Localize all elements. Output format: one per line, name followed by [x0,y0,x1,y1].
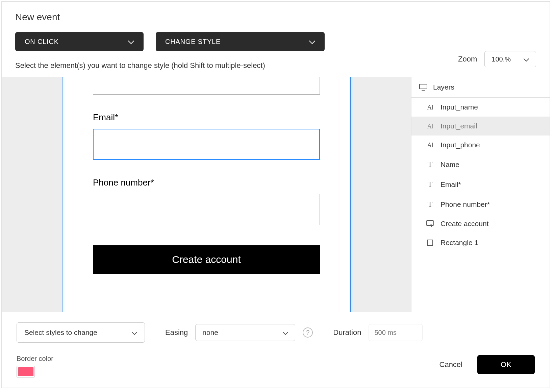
layer-row[interactable]: Rectangle 1 [411,233,550,252]
layer-row[interactable]: TEmail* [411,174,550,194]
email-label: Email* [93,112,320,123]
duration-label: Duration [333,328,361,337]
zoom-value: 100.% [492,55,511,63]
text-input-icon: AI [426,103,434,111]
chevron-down-icon [283,328,288,337]
action-dropdown[interactable]: CHANGE STYLE [156,32,325,51]
text-input-icon: AI [426,122,434,130]
bottom-panel: Select styles to change Easing none ? Du… [2,312,550,388]
event-editor-dialog: New event ON CLICK CHANGE STYLE Select t… [1,1,550,388]
ok-button-label: OK [501,360,511,369]
styles-dropdown-label: Select styles to change [24,328,97,337]
layer-name: Name [440,161,459,169]
dialog-title: New event [15,12,536,23]
zoom-dropdown[interactable]: 100.% [484,51,536,67]
layers-list: AIInput_nameAIInput_emailAIInput_phoneTN… [411,98,550,252]
layer-row[interactable]: Create account [411,214,550,233]
phone-label: Phone number* [93,177,320,188]
svg-rect-0 [420,84,427,89]
easing-label: Easing [165,328,188,337]
screen-icon [419,83,428,91]
layers-title: Layers [433,83,454,91]
input-phone-field[interactable] [93,194,320,225]
easing-help-icon[interactable]: ? [303,327,313,338]
action-dropdown-label: CHANGE STYLE [165,38,221,46]
layer-name: Input_phone [440,141,480,149]
rectangle-icon [426,239,434,246]
duration-control: Duration [333,324,423,341]
svg-rect-2 [426,221,434,225]
layer-name: Email* [440,180,461,189]
input-name-field[interactable] [93,77,320,95]
header-section: New event ON CLICK CHANGE STYLE Select t… [2,2,550,77]
easing-dropdown[interactable]: none [195,324,295,341]
canvas-area[interactable]: Email* Phone number* Create account [2,77,411,312]
text-icon: T [426,160,434,169]
chevron-down-icon [309,38,315,46]
layer-row[interactable]: TName [411,154,550,174]
layers-header: Layers [411,77,550,98]
layer-name: Input_email [440,122,477,130]
layer-name: Create account [440,220,488,228]
create-account-button-label: Create account [172,254,241,265]
ok-button[interactable]: OK [477,355,535,374]
artboard: Email* Phone number* Create account [62,77,351,312]
layer-name: Input_name [440,103,478,111]
layers-panel: Layers AIInput_nameAIInput_emailAIInput_… [411,77,550,312]
middle-section: Email* Phone number* Create account Laye… [2,77,550,312]
cancel-button[interactable]: Cancel [439,360,462,369]
layer-name: Rectangle 1 [440,239,478,247]
create-account-button[interactable]: Create account [93,245,320,274]
svg-rect-3 [427,240,433,245]
text-icon: T [426,200,434,209]
trigger-action-row: ON CLICK CHANGE STYLE [15,32,536,51]
button-icon [426,220,434,227]
controls-row: Select styles to change Easing none ? Du… [17,322,535,343]
trigger-dropdown-label: ON CLICK [25,38,59,46]
border-color-swatch[interactable] [17,366,35,377]
dialog-actions: Cancel OK [439,355,535,374]
border-color-value [18,367,33,376]
input-email-field[interactable] [93,129,320,160]
text-input-icon: AI [426,141,434,149]
styles-to-change-dropdown[interactable]: Select styles to change [17,322,145,343]
layer-name: Phone number* [440,200,490,209]
easing-value: none [202,328,218,337]
zoom-label: Zoom [458,55,477,64]
easing-control: Easing none ? [165,324,313,341]
duration-input[interactable] [369,324,423,341]
layer-row[interactable]: AIInput_name [411,98,550,117]
chevron-down-icon [132,328,137,337]
layer-row[interactable]: TPhone number* [411,194,550,214]
zoom-control: Zoom 100.% [458,51,536,67]
trigger-dropdown[interactable]: ON CLICK [15,32,144,51]
layer-row[interactable]: AIInput_email [411,117,550,136]
layer-row[interactable]: AIInput_phone [411,136,550,154]
chevron-down-icon [128,38,134,46]
chevron-down-icon [524,55,529,63]
text-icon: T [426,180,434,189]
